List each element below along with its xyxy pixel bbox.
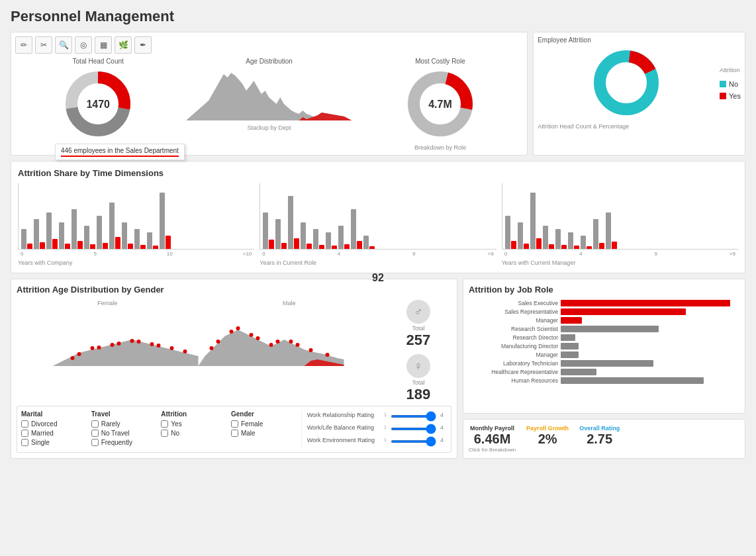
bar <box>574 246 579 249</box>
svg-point-34 <box>295 343 299 347</box>
female-stat: ♀ Total 189 <box>385 354 451 403</box>
single-label: Single <box>31 439 50 446</box>
overall-rating-value: 2.75 <box>579 432 620 447</box>
bar <box>275 219 281 249</box>
bar <box>165 236 171 249</box>
no-travel-label: No Travel <box>101 430 130 437</box>
rating-input-1[interactable] <box>391 415 436 418</box>
svg-point-18 <box>117 342 120 346</box>
bar <box>40 242 45 249</box>
bar-group <box>505 216 516 249</box>
bar <box>518 222 523 249</box>
svg-point-13 <box>130 339 134 343</box>
male-checkbox[interactable] <box>231 430 238 437</box>
no-checkbox[interactable] <box>161 430 168 437</box>
bar-group-4 <box>59 222 70 249</box>
role-bar-wrap <box>561 360 739 367</box>
bar <box>530 193 536 249</box>
male-filter-label: Male <box>241 430 256 437</box>
marital-title: Marital <box>21 410 91 418</box>
years-role-bars <box>260 183 496 250</box>
hide-button[interactable]: ◎ <box>75 36 92 54</box>
male-total-label: Total <box>385 325 451 332</box>
role-bar-wrap <box>561 326 739 332</box>
bar <box>561 245 567 249</box>
female-checkbox[interactable] <box>231 420 238 428</box>
male-label: Male <box>198 300 379 306</box>
rating-val-3: 4 <box>440 437 447 443</box>
rating-label-2: Work/Life Balance Rating <box>307 424 380 431</box>
rating-slider-3[interactable] <box>391 436 436 444</box>
travel-title: Travel <box>91 410 162 418</box>
bar <box>52 239 58 249</box>
head-count-donut: 1470 <box>62 68 134 142</box>
role-name: Sales Representative <box>469 308 558 315</box>
svg-point-16 <box>77 352 81 356</box>
marital-filter: Marital Divorced Married Single <box>21 410 91 448</box>
edit-button[interactable]: ✏ <box>15 36 32 54</box>
frequently-checkbox[interactable] <box>91 439 99 446</box>
axis-label: 10 <box>167 251 173 257</box>
role-name: Research Director <box>469 334 558 341</box>
attrition-filter-title: Attrition <box>161 410 231 418</box>
filter-button[interactable]: 🌿 <box>115 36 132 54</box>
years-role-chart: 0 4 9 >9 Years in Current Role <box>260 183 496 266</box>
single-checkbox[interactable] <box>21 439 28 446</box>
bar <box>363 236 369 249</box>
no-label: No <box>171 430 179 437</box>
payroll-growth-value: 2% <box>526 432 569 447</box>
role-name: Manager <box>469 317 558 324</box>
monthly-payroll-col[interactable]: Monthly Payroll 6.46M Click for Breakdow… <box>469 425 516 453</box>
bar <box>97 216 102 249</box>
filter-frequently: Frequently <box>91 439 162 446</box>
rating-row-2: Work/Life Balance Rating 1 4 <box>307 424 447 432</box>
grid-button[interactable]: ▦ <box>95 36 112 54</box>
rarely-checkbox[interactable] <box>91 420 99 428</box>
bar-group-7 <box>97 216 108 249</box>
bar-group <box>313 229 324 249</box>
filter-female: Female <box>231 420 301 428</box>
filter-male: Male <box>231 430 301 437</box>
divorced-checkbox[interactable] <box>21 420 28 428</box>
bar <box>599 243 604 249</box>
yes-label: Yes <box>171 420 181 428</box>
rating-input-3[interactable] <box>391 440 436 443</box>
bar <box>606 212 611 249</box>
monthly-payroll-value: 6.46M <box>469 432 516 447</box>
bar <box>301 222 306 249</box>
svg-point-35 <box>325 353 329 357</box>
legend-no: No <box>720 80 741 88</box>
role-name: Laboratory Technician <box>469 360 558 367</box>
axis-years-company: 0 5 10 >10 <box>18 250 254 257</box>
monthly-payroll-label: Monthly Payroll <box>469 425 516 432</box>
overall-rating-label: Overall Rating <box>579 425 620 432</box>
costly-role-label: Breakdown by Role <box>357 144 523 151</box>
axis-years-manager: 0 4 9 >9 <box>502 250 738 257</box>
no-travel-checkbox[interactable] <box>91 430 99 437</box>
overall-rating-col: Overall Rating 2.75 <box>579 425 620 453</box>
role-bar-wrap <box>561 300 739 306</box>
rating-label-3: Work Environment Rating <box>307 437 380 443</box>
bar <box>263 212 268 249</box>
axis-label: 0 <box>21 251 23 257</box>
rating-input-2[interactable] <box>391 428 436 430</box>
bar <box>294 238 299 249</box>
cut-button[interactable]: ✂ <box>35 36 52 54</box>
married-checkbox[interactable] <box>21 430 28 437</box>
rating-slider-2[interactable] <box>391 424 436 432</box>
role-bar-wrap <box>561 369 739 375</box>
svg-point-25 <box>229 330 233 334</box>
role-bar <box>561 351 579 358</box>
pen-button[interactable]: ✒ <box>134 36 152 54</box>
toolbar: ✏ ✂ 🔍 ◎ ▦ 🌿 ✒ <box>15 36 523 54</box>
role-name: Healthcare Representative <box>469 369 558 375</box>
years-manager-label: Years with Current Manager <box>502 259 738 266</box>
rating-slider-1[interactable] <box>391 411 436 419</box>
svg-point-14 <box>150 342 154 346</box>
bar <box>351 209 356 249</box>
yes-checkbox[interactable] <box>161 420 168 428</box>
zoom-button[interactable]: 🔍 <box>55 36 72 54</box>
bar <box>581 236 586 249</box>
axis-label: 5 <box>93 251 96 257</box>
svg-point-20 <box>156 344 160 348</box>
